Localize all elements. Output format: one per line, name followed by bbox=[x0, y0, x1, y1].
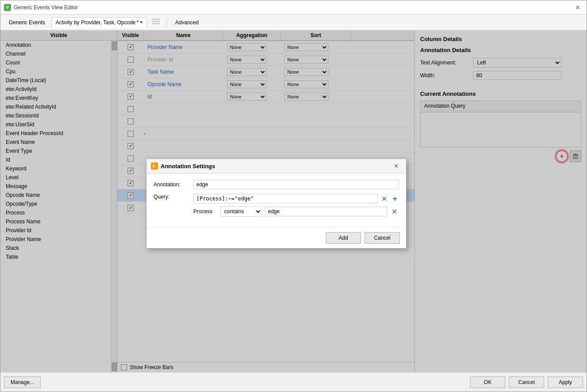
manage-button[interactable]: Manage... bbox=[4, 377, 41, 388]
list-item[interactable]: Table bbox=[0, 253, 111, 261]
sort-select[interactable]: None bbox=[284, 43, 328, 51]
list-item[interactable]: Opcode/Type bbox=[0, 200, 111, 208]
view-icon-button[interactable] bbox=[149, 17, 163, 28]
list-item[interactable]: Annotation bbox=[0, 41, 111, 49]
row-checkbox[interactable] bbox=[128, 205, 134, 211]
tab-generic-events[interactable]: Generic Events bbox=[4, 17, 50, 28]
row-checkbox[interactable] bbox=[128, 118, 134, 124]
filter-value-input[interactable] bbox=[265, 207, 387, 216]
toolbar-separator bbox=[166, 18, 167, 27]
annotation-details-title: Annotation Details bbox=[420, 47, 581, 53]
row-checkbox[interactable] bbox=[128, 81, 134, 87]
list-item[interactable]: Keyword bbox=[0, 164, 111, 173]
list-item[interactable]: Level bbox=[0, 173, 111, 182]
sort-select[interactable]: None bbox=[284, 68, 328, 76]
row-sort: None bbox=[281, 79, 351, 89]
row-checkbox[interactable] bbox=[128, 57, 134, 63]
modal-close-button[interactable]: ✕ bbox=[391, 162, 402, 170]
cancel-button[interactable]: Cancel bbox=[509, 377, 544, 388]
row-checkbox[interactable] bbox=[128, 192, 134, 199]
svg-rect-6 bbox=[152, 23, 160, 24]
query-field-row: Query: ✕ + Process contains bbox=[154, 194, 399, 217]
text-alignment-select[interactable]: Left Center Right bbox=[473, 58, 561, 68]
row-name: Provider Id bbox=[144, 56, 223, 64]
modal-body: Annotation: Query: ✕ + Process bbox=[147, 173, 406, 227]
apply-button[interactable]: Apply bbox=[548, 377, 583, 388]
list-item[interactable]: etw:UserSid bbox=[0, 120, 111, 129]
aggregation-select[interactable]: None bbox=[227, 56, 267, 64]
list-item[interactable]: Message bbox=[0, 182, 111, 191]
list-item[interactable]: etw:SessionId bbox=[0, 111, 111, 120]
text-alignment-row: Text Alignment: Left Center Right bbox=[420, 58, 581, 68]
delete-annotation-button[interactable] bbox=[570, 151, 581, 162]
annotations-section: Current Annotations Annotation Query + bbox=[420, 90, 581, 162]
list-item[interactable]: Event Type bbox=[0, 147, 111, 155]
bottom-right: OK Cancel Apply bbox=[470, 377, 583, 388]
list-item[interactable]: etw:EventKey bbox=[0, 94, 111, 102]
list-item[interactable]: etw:Related ActivityId bbox=[0, 102, 111, 111]
sort-select[interactable]: None bbox=[284, 56, 328, 64]
tab-advanced[interactable]: Advanced bbox=[170, 17, 203, 28]
freeze-bar-checkbox[interactable] bbox=[121, 364, 127, 370]
row-name: Task Name bbox=[144, 68, 223, 76]
ok-button[interactable]: OK bbox=[470, 377, 505, 388]
aggregation-select[interactable]: None bbox=[227, 80, 267, 88]
list-item[interactable]: Provider Id bbox=[0, 226, 111, 235]
list-item[interactable]: Count bbox=[0, 58, 111, 67]
bottom-left: Manage... bbox=[4, 377, 41, 388]
list-item[interactable]: etw:ActivityId bbox=[0, 85, 111, 94]
filter-operator-select[interactable]: contains equals starts with ends with no… bbox=[220, 206, 262, 217]
query-clear-button[interactable]: ✕ bbox=[380, 195, 389, 203]
title-bar: Generic Events View Editor ✕ bbox=[0, 0, 587, 15]
annotation-input[interactable] bbox=[193, 180, 399, 189]
right-panel: Column Details Annotation Details Text A… bbox=[414, 30, 587, 372]
available-columns-header: Visible bbox=[0, 30, 117, 41]
query-input[interactable] bbox=[193, 194, 378, 204]
row-checkbox[interactable] bbox=[128, 69, 134, 75]
row-name bbox=[144, 121, 223, 122]
filter-clear-button[interactable]: ✕ bbox=[390, 207, 399, 216]
list-item[interactable]: Id bbox=[0, 155, 111, 164]
scrollbar-up[interactable] bbox=[112, 41, 117, 50]
list-item[interactable]: Cpu bbox=[0, 67, 111, 76]
modal-cancel-button[interactable]: Cancel bbox=[365, 232, 400, 244]
list-item[interactable]: DateTime (Local) bbox=[0, 76, 111, 85]
annotation-query-header: Annotation Query bbox=[420, 101, 581, 111]
filter-row: Process contains equals starts with ends… bbox=[193, 206, 399, 217]
modal-title-bar: A Annotation Settings ✕ bbox=[147, 159, 406, 173]
row-checkbox[interactable] bbox=[128, 94, 134, 100]
row-checkbox[interactable] bbox=[128, 106, 134, 112]
row-aggregation: None bbox=[223, 67, 281, 77]
tab-activity-by-provider[interactable]: Activity by Provider, Task, Opcode * ▼ bbox=[52, 17, 147, 28]
list-item[interactable]: Process bbox=[0, 208, 111, 217]
row-aggregation bbox=[223, 121, 281, 122]
aggregation-select[interactable]: None bbox=[227, 68, 267, 76]
list-item[interactable]: Channel bbox=[0, 49, 111, 58]
sort-select[interactable]: None bbox=[284, 80, 328, 88]
row-checkbox[interactable] bbox=[128, 44, 134, 50]
list-item[interactable]: Process Name bbox=[0, 217, 111, 226]
list-item[interactable]: Provider Name bbox=[0, 235, 111, 244]
close-icon[interactable]: ✕ bbox=[572, 3, 583, 12]
row-aggregation: None bbox=[223, 92, 281, 102]
aggregation-select[interactable]: None bbox=[227, 93, 267, 101]
aggregation-select[interactable]: None bbox=[227, 43, 267, 51]
sort-select[interactable]: None bbox=[284, 93, 328, 101]
header-aggregation: Aggregation bbox=[223, 30, 281, 40]
row-checkbox[interactable] bbox=[128, 131, 134, 137]
row-checkbox[interactable] bbox=[128, 143, 134, 149]
row-checkbox[interactable] bbox=[128, 155, 134, 162]
list-item[interactable]: Stack bbox=[0, 244, 111, 253]
scrollbar-down[interactable] bbox=[112, 362, 117, 371]
modal-add-button[interactable]: Add bbox=[326, 232, 361, 244]
list-item[interactable]: Event Name bbox=[0, 138, 111, 147]
list-item[interactable]: Event Header ProcessId bbox=[0, 129, 111, 138]
query-add-condition-button[interactable]: + bbox=[391, 194, 399, 204]
width-input[interactable] bbox=[473, 71, 561, 80]
list-item[interactable]: Opcode Name bbox=[0, 191, 111, 200]
add-annotation-button[interactable]: + bbox=[556, 150, 568, 162]
row-checkbox[interactable] bbox=[128, 180, 134, 186]
row-aggregation: None bbox=[223, 55, 281, 64]
row-checkbox[interactable] bbox=[128, 168, 134, 174]
svg-rect-5 bbox=[152, 21, 160, 22]
